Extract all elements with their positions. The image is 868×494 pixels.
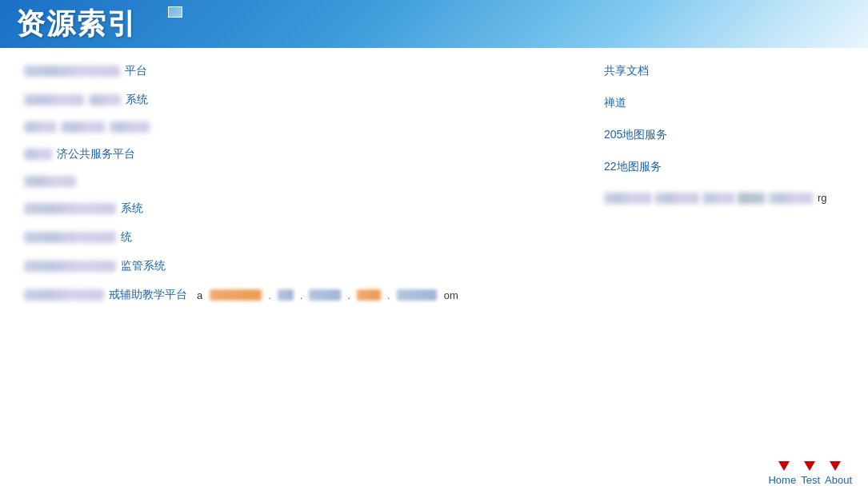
right-blurred-row: rg — [604, 192, 844, 204]
link-shared-doc[interactable]: 共享文档 — [604, 64, 844, 78]
rg-suffix: rg — [818, 192, 827, 204]
url-suffix: om — [444, 289, 458, 301]
blurred-right-2 — [655, 193, 699, 204]
right-column: 共享文档 禅道 205地图服务 22地图服务 rg — [588, 64, 844, 317]
footer-home-link[interactable]: Home — [768, 474, 796, 486]
list-item — [24, 122, 556, 133]
url-blurred-3 — [309, 289, 341, 301]
link-chandao[interactable]: 禅道 — [604, 96, 844, 110]
link-tong[interactable]: 统 — [121, 230, 132, 245]
link-system2[interactable]: 系统 — [121, 201, 143, 216]
arrow-test — [804, 461, 815, 471]
arrow-home — [778, 461, 790, 471]
arrow-home-icon — [778, 461, 790, 471]
url-dot4: . — [387, 289, 390, 301]
blurred-content — [24, 289, 104, 301]
blurred-content — [24, 176, 76, 187]
list-item: 监管系统 — [24, 259, 556, 273]
link-system1[interactable]: 系统 — [126, 93, 148, 107]
blurred-content — [24, 203, 116, 214]
footer-about-link[interactable]: About — [825, 474, 852, 486]
url-dot2: . — [300, 289, 303, 301]
url-dot3: . — [347, 289, 350, 301]
blurred-right-1 — [604, 193, 652, 204]
link-map-205[interactable]: 205地图服务 — [604, 128, 844, 142]
blurred-right-5 — [769, 193, 813, 204]
page-title: 资源索引 — [16, 5, 138, 44]
arrow-test-icon — [804, 461, 815, 471]
list-item: 平台 — [24, 64, 556, 78]
blurred-content — [61, 122, 105, 133]
blurred-content — [24, 94, 84, 106]
link-platform[interactable]: 平台 — [125, 64, 147, 78]
list-item: 戒辅助教学平台 a . . . . om — [24, 288, 556, 302]
url-dot1: . — [268, 289, 271, 301]
link-jianguan[interactable]: 监管系统 — [121, 259, 166, 273]
url-blurred-4 — [357, 289, 381, 301]
list-item: 统 — [24, 230, 556, 245]
link-jiaoxue[interactable]: 戒辅助教学平台 — [109, 288, 187, 302]
left-column: 平台 系统 济公共服务平台 系统 — [24, 64, 588, 317]
arrow-about-icon — [830, 461, 841, 471]
blurred-content — [24, 232, 116, 243]
footer-links: Home Test About — [768, 474, 852, 486]
footer-test-link[interactable]: Test — [801, 474, 820, 486]
list-item: 系统 — [24, 93, 556, 107]
blurred-content — [110, 122, 150, 133]
blurred-content — [24, 66, 120, 77]
url-blurred-2 — [278, 289, 294, 301]
url-blurred-1 — [210, 289, 262, 301]
blurred-content — [24, 149, 52, 160]
arrows-row — [778, 461, 852, 471]
blurred-right-4 — [738, 193, 766, 204]
url-blurred-5 — [397, 289, 437, 301]
link-map-22[interactable]: 22地图服务 — [604, 160, 844, 174]
arrow-about — [830, 461, 841, 471]
blurred-content — [24, 122, 56, 133]
blurred-content — [89, 94, 121, 106]
main-content: 平台 系统 济公共服务平台 系统 — [0, 48, 868, 333]
blurred-right-3 — [702, 193, 734, 204]
list-item: 济公共服务平台 — [24, 147, 556, 161]
url-prefix: a — [197, 289, 202, 301]
footer: Home Test About — [0, 430, 868, 494]
list-item — [24, 176, 556, 187]
header-small-icon — [168, 6, 182, 18]
link-gonggong[interactable]: 济公共服务平台 — [57, 147, 135, 161]
blurred-content — [24, 261, 116, 272]
list-item: 系统 — [24, 201, 556, 216]
header-banner: 资源索引 — [0, 0, 868, 48]
